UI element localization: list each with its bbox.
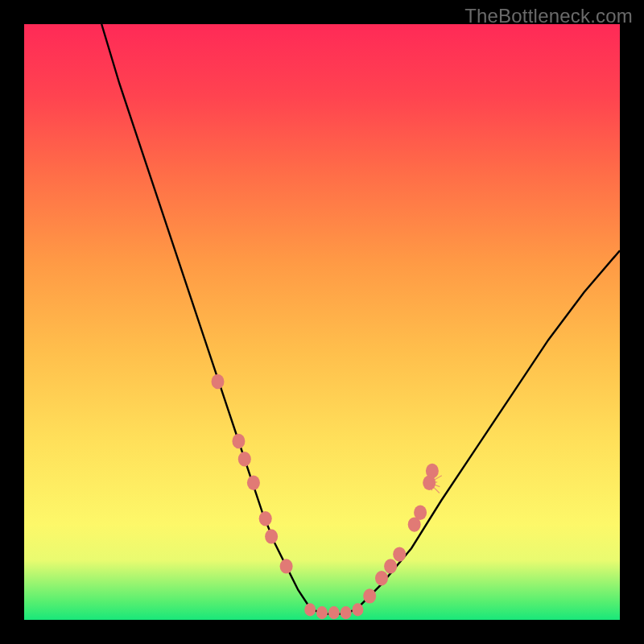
data-point [414, 506, 427, 520]
data-points-bottom [304, 603, 363, 619]
data-point [352, 603, 363, 616]
data-point [232, 434, 245, 448]
data-point [375, 571, 388, 585]
data-point [384, 559, 397, 573]
data-point [363, 588, 376, 603]
chart-frame: TheBottleneck.com [0, 0, 644, 644]
data-point [212, 374, 225, 389]
data-point [328, 606, 340, 619]
data-point [247, 476, 260, 490]
data-point [238, 452, 251, 466]
data-points-left [212, 374, 293, 574]
plot-area [24, 24, 620, 620]
data-point [341, 606, 352, 619]
data-point [259, 511, 272, 526]
data-point [316, 606, 328, 619]
svg-line-3 [432, 482, 437, 483]
data-point [304, 603, 316, 616]
data-point [393, 547, 406, 561]
data-point [265, 529, 278, 543]
data-point [280, 559, 293, 573]
bottleneck-curve [101, 24, 620, 614]
data-points-right [363, 464, 439, 604]
chart-svg [24, 24, 620, 620]
data-point [426, 464, 439, 478]
